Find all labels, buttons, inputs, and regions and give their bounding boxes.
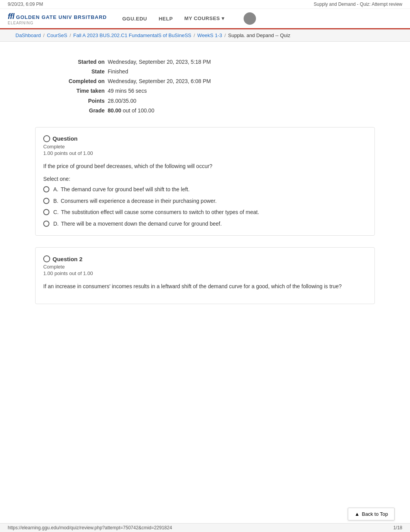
question-1-select-label: Select one:	[43, 176, 367, 182]
question-1-status: Complete	[43, 144, 367, 150]
summary-label-points: Points	[58, 96, 105, 106]
option-1c-radio[interactable]	[43, 209, 49, 215]
nav-mycourses[interactable]: MY COURSES ▾	[185, 15, 225, 21]
page-title: Supply and Demand - Quiz: Attempt review	[314, 2, 402, 7]
option-1d-radio[interactable]	[43, 221, 49, 227]
summary-label-started: Started on	[58, 57, 105, 67]
breadcrumb-item-weeks[interactable]: WeekS 1-3	[197, 32, 222, 38]
question-2-text: If an increase in consumers' incomes res…	[43, 282, 367, 291]
summary-row-points: Points 28.00/35.00	[58, 96, 375, 106]
option-1c: C.The substitution effect will cause som…	[43, 209, 367, 216]
option-1b-radio[interactable]	[43, 198, 49, 204]
question-1-options: A.The demand curve for ground beef will …	[43, 186, 367, 228]
summary-row-state: State Finished	[58, 67, 375, 76]
breadcrumb-item-courses[interactable]: CourSeS	[47, 32, 67, 38]
question-1-icon	[43, 135, 50, 142]
summary-value-points: 28.00/35.00	[108, 96, 136, 106]
datetime: 9/20/23, 6:09 PM	[8, 2, 43, 7]
summary-value-grade: 80.00 out of 100.00	[108, 106, 154, 116]
question-1-text: If the price of ground beef decreases, w…	[43, 162, 367, 170]
summary-row-started: Started on Wednesday, September 20, 2023…	[58, 57, 375, 67]
logo-subtitle: eLEARNING	[8, 21, 107, 25]
nav-ggu[interactable]: GGU.EDU	[122, 16, 147, 22]
summary-label-state: State	[58, 67, 105, 76]
question-block-1: Question Complete 1.00 points out of 1.0…	[35, 127, 375, 236]
nav-help[interactable]: HELP	[159, 16, 173, 22]
grade-value: 80.00	[108, 107, 121, 114]
question-1-title: Question	[53, 135, 78, 142]
summary-value-completed: Wednesday, September 20, 2023, 6:08 PM	[108, 76, 211, 86]
question-2-icon	[43, 255, 50, 262]
breadcrumb-sep-2: /	[69, 32, 71, 38]
option-1a: A.The demand curve for ground beef will …	[43, 186, 367, 194]
summary-label-completed: Completed on	[58, 76, 105, 86]
header: ffl GOLDEN GATE UNIV BRSITBARD eLEARNING…	[0, 9, 410, 29]
summary-value-time: 49 mins 56 secs	[108, 86, 147, 96]
summary-value-state: Finished	[108, 67, 128, 76]
summary-table: Started on Wednesday, September 20, 2023…	[58, 57, 375, 116]
breadcrumb-item-dashboard[interactable]: DaShboard	[15, 32, 41, 38]
question-2-header: Question 2	[43, 255, 367, 262]
option-1a-radio[interactable]	[43, 186, 49, 192]
top-bar: 9/20/23, 6:09 PM Supply and Demand - Qui…	[0, 0, 410, 9]
nav: GGU.EDU HELP MY COURSES ▾	[122, 12, 256, 25]
question-2-points: 1.00 points out of 1.00	[43, 270, 367, 276]
option-1b: B.Consumers will experience a decrease i…	[43, 197, 367, 205]
breadcrumb-sep: /	[43, 32, 45, 38]
main-content: Started on Wednesday, September 20, 2023…	[20, 42, 390, 339]
option-1b-label: B.Consumers will experience a decrease i…	[53, 197, 217, 205]
question-1-header: Question	[43, 135, 367, 142]
option-1a-label: A.The demand curve for ground beef will …	[53, 186, 190, 194]
breadcrumb-item-quiz: Suppla. and Depand -- Quiz	[228, 32, 290, 38]
summary-row-grade: Grade 80.00 out of 100.00	[58, 106, 375, 116]
option-1d: D.There will be a movement down the dema…	[43, 220, 367, 228]
breadcrumb-item-course[interactable]: Fall A 2023 BUS.202.C1 FundamentalS of B…	[73, 32, 191, 38]
question-2-title: Question 2	[53, 256, 83, 262]
summary-value-started: Wednesday, September 20, 2023, 5:18 PM	[108, 57, 211, 67]
question-2-status: Complete	[43, 264, 367, 270]
question-1-points: 1.00 points out of 1.00	[43, 150, 367, 156]
question-block-2: Question 2 Complete 1.00 points out of 1…	[35, 247, 375, 304]
option-1d-label: D.There will be a movement down the dema…	[53, 220, 222, 228]
breadcrumb-sep-3: /	[193, 32, 195, 38]
summary-label-grade: Grade	[58, 106, 105, 116]
breadcrumb-bar: DaShboard / CourSeS / Fall A 2023 BUS.20…	[0, 29, 410, 42]
summary-label-time: Time taken	[58, 86, 105, 96]
logo-text: ffl GOLDEN GATE UNIV BRSITBARD	[8, 12, 107, 21]
breadcrumb-sep-4: /	[224, 32, 226, 38]
logo: ffl GOLDEN GATE UNIV BRSITBARD eLEARNING	[8, 12, 107, 25]
option-1c-label: C.The substitution effect will cause som…	[53, 209, 259, 216]
breadcrumb: DaShboard / CourSeS / Fall A 2023 BUS.20…	[15, 32, 395, 38]
summary-row-completed: Completed on Wednesday, September 20, 20…	[58, 76, 375, 86]
avatar[interactable]	[244, 12, 256, 25]
summary-row-time: Time taken 49 mins 56 secs	[58, 86, 375, 96]
